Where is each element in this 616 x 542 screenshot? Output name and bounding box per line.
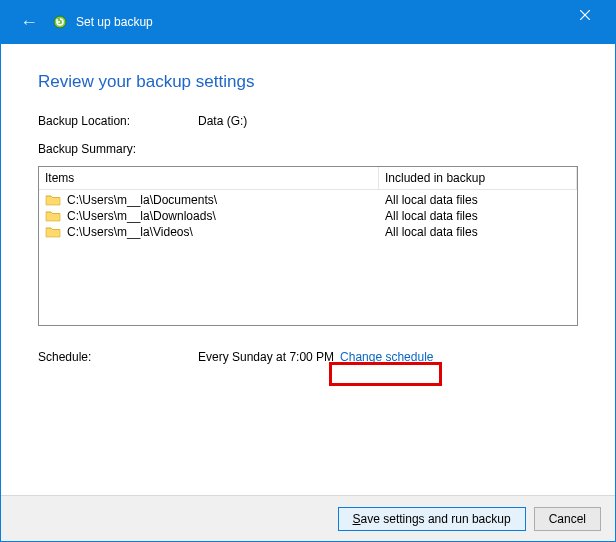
annotation-highlight [329,362,442,386]
close-button[interactable] [562,0,608,30]
cancel-button[interactable]: Cancel [534,507,601,531]
item-path: C:\Users\m__la\Videos\ [67,225,385,239]
backup-location-label: Backup Location: [38,114,198,128]
list-rows: C:\Users\m__la\Documents\All local data … [39,190,577,242]
back-arrow-icon[interactable]: ← [12,8,46,37]
item-included: All local data files [385,209,571,223]
list-item[interactable]: C:\Users\m__la\Downloads\All local data … [39,208,577,224]
titlebar: ← Set up backup [0,0,616,44]
window-title: Set up backup [76,15,153,29]
schedule-label: Schedule: [38,350,198,364]
backup-location-row: Backup Location: Data (G:) [38,114,578,128]
change-schedule-link[interactable]: Change schedule [340,350,433,364]
item-path: C:\Users\m__la\Documents\ [67,193,385,207]
app-icon [52,14,68,30]
item-path: C:\Users\m__la\Downloads\ [67,209,385,223]
folder-icon [45,225,61,239]
save-settings-button[interactable]: Save settings and run backup [338,507,526,531]
folder-icon [45,209,61,223]
save-label-rest: ave settings and run backup [361,512,511,526]
list-item[interactable]: C:\Users\m__la\Documents\All local data … [39,192,577,208]
schedule-row: Schedule: Every Sunday at 7:00 PM Change… [38,350,578,364]
backup-summary-list: Items Included in backup C:\Users\m__la\… [38,166,578,326]
list-header: Items Included in backup [39,167,577,190]
list-header-included[interactable]: Included in backup [379,167,577,190]
content-pane: Review your backup settings Backup Locat… [0,44,616,364]
page-title: Review your backup settings [38,72,578,92]
schedule-value: Every Sunday at 7:00 PM [198,350,340,364]
folder-icon [45,193,61,207]
backup-summary-label: Backup Summary: [38,142,578,156]
item-included: All local data files [385,193,571,207]
backup-location-value: Data (G:) [198,114,247,128]
item-included: All local data files [385,225,571,239]
footer: Save settings and run backup Cancel [1,495,615,541]
list-header-items[interactable]: Items [39,167,379,190]
list-item[interactable]: C:\Users\m__la\Videos\All local data fil… [39,224,577,240]
